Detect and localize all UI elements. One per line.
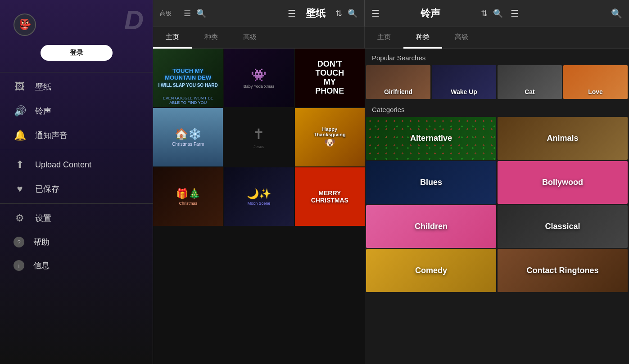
tab-ringtone-categories[interactable]: 种类 (403, 27, 442, 49)
category-label-classical: Classical (545, 222, 580, 231)
search-label-wakeup: Wake Up (451, 88, 477, 95)
ringtone-icon: 🔊 (14, 105, 26, 117)
category-alternative[interactable]: Alternative (366, 117, 496, 160)
wallpaper-text-1: TOUCH MYMOUNTAIN DEWI WILL SLAP YOU SO H… (158, 67, 218, 89)
tabs-row: 主页 种类 高级 主页 种类 高级 (153, 27, 629, 49)
tab-wallpaper-advanced[interactable]: 高级 (231, 27, 269, 49)
wallpaper-item-6[interactable]: HappyThanksgiving 🐶 (295, 108, 365, 166)
category-comedy[interactable]: Comedy (366, 249, 496, 292)
sidebar-item-label: 设置 (35, 213, 51, 224)
wallpaper-text-3: DON'TTOUCHMYPHONE (315, 60, 344, 95)
tab-wallpaper-home[interactable]: 主页 (153, 27, 192, 49)
content-area: TOUCH MYMOUNTAIN DEWI WILL SLAP YOU SO H… (153, 49, 629, 364)
popular-searches-header: Popular Searches (365, 49, 629, 65)
help-icon: ? (14, 237, 24, 247)
tab-ringtone-home[interactable]: 主页 (365, 27, 403, 49)
category-label-comedy: Comedy (415, 266, 447, 275)
wallpaper-title: 壁纸 (301, 7, 330, 20)
filter-sort-icon[interactable]: ☰ (184, 9, 191, 18)
sidebar-item-label: 通知声音 (35, 130, 68, 141)
sidebar-item-label: Upload Content (35, 160, 91, 170)
search-label-love: Love (588, 88, 603, 95)
categories-header: Categories (365, 101, 629, 117)
upload-icon: ⬆ (14, 159, 26, 171)
sort-icon-ringtone[interactable]: ⇅ (481, 9, 488, 18)
sidebar-item-notification[interactable]: 🔔 通知声音 (0, 123, 153, 148)
sidebar-item-label: 帮助 (33, 237, 50, 247)
search-icon-ringtone[interactable]: 🔍 (493, 9, 503, 18)
menu-icon-ringtone[interactable]: ☰ (371, 8, 380, 19)
top-header-row: 高级 ☰ 🔍 ☰ 壁纸 ⇅ 🔍 ☰ 铃声 ⇅ 🔍 ☰ 🔍 (153, 0, 629, 27)
search-label-cat: Cat (525, 88, 535, 95)
sidebar-logo-area: 👺 D (0, 9, 153, 45)
sidebar-divider (0, 72, 153, 72)
wallpaper-text-9: MERRYCHRISTMAS (311, 189, 348, 204)
category-bollywood[interactable]: Bollywood (498, 161, 628, 204)
search-item-love[interactable]: Love (563, 65, 628, 99)
wallpaper-item-2[interactable]: 👾 Baby Yoda Xmas (224, 49, 294, 107)
wallpaper-item-8[interactable]: 🌙✨ Moon Scene (224, 167, 294, 226)
wallpaper-item-9[interactable]: MERRYCHRISTMAS (295, 167, 365, 226)
tab-ringtone-advanced[interactable]: 高级 (442, 27, 481, 49)
avatar: 👺 (14, 13, 36, 36)
category-label-alternative: Alternative (410, 134, 452, 143)
category-label-bollywood: Bollywood (542, 178, 583, 187)
popular-searches-grid: Girlfriend Wake Up Cat Love (365, 65, 629, 101)
ringtone-panel: Popular Searches Girlfriend Wake Up Cat … (365, 49, 629, 364)
category-blues[interactable]: Blues (366, 161, 496, 204)
wallpaper-adv-label[interactable]: 高级 (160, 0, 178, 27)
login-button[interactable]: 登录 (41, 45, 113, 61)
main-area: 高级 ☰ 🔍 ☰ 壁纸 ⇅ 🔍 ☰ 铃声 ⇅ 🔍 ☰ 🔍 主页 种类 高级 (153, 0, 629, 364)
sidebar-item-upload[interactable]: ⬆ Upload Content (0, 153, 153, 177)
category-animals[interactable]: Animals (498, 117, 628, 160)
categories-grid: Alternative Animals Blues Bollywood Chil… (365, 117, 629, 293)
sidebar-item-settings[interactable]: ⚙ 设置 (0, 206, 153, 230)
category-label-children: Children (415, 222, 448, 231)
sidebar-item-label: 信息 (33, 260, 50, 271)
heart-icon: ♥ (14, 183, 26, 195)
wallpaper-header: 高级 ☰ 🔍 ☰ 壁纸 ⇅ 🔍 (153, 0, 365, 27)
sidebar-item-ringtone[interactable]: 🔊 铃声 (0, 99, 153, 123)
settings-icon: ⚙ (14, 212, 26, 224)
sidebar-item-help[interactable]: ? 帮助 (0, 230, 153, 254)
category-classical[interactable]: Classical (498, 205, 628, 248)
ringtone-tabs: 主页 种类 高级 (365, 27, 629, 48)
category-label-animals: Animals (547, 134, 578, 143)
sidebar: 👺 D 登录 🖼 壁纸 🔊 铃声 🔔 通知声音 ⬆ Upload Content… (0, 0, 153, 364)
search2-icon-wallpaper[interactable]: 🔍 (348, 9, 357, 18)
wallpaper-item-1[interactable]: TOUCH MYMOUNTAIN DEWI WILL SLAP YOU SO H… (153, 49, 223, 107)
category-children[interactable]: Children (366, 205, 496, 248)
wallpaper-item-4[interactable]: 🏠❄️ Christmas Farm (153, 108, 223, 166)
sidebar-item-saved[interactable]: ♥ 已保存 (0, 177, 153, 201)
search-icon-wallpaper[interactable]: 🔍 (196, 9, 206, 18)
search2-icon-ringtone[interactable]: 🔍 (611, 8, 622, 19)
wallpaper-item-3[interactable]: DON'TTOUCHMYPHONE (295, 49, 365, 107)
wallpaper-tabs: 主页 种类 高级 (153, 27, 365, 48)
wallpaper-icon: 🖼 (14, 81, 26, 93)
sidebar-item-label: 壁纸 (35, 81, 51, 92)
wallpaper-item-7[interactable]: 🎁🎄 Christmas (153, 167, 223, 226)
info-icon: i (14, 260, 24, 271)
tab-wallpaper-categories[interactable]: 种类 (192, 27, 231, 49)
wallpaper-item-5[interactable]: ✝ Jesus (224, 108, 294, 166)
sidebar-divider-3 (0, 203, 153, 204)
avatar-icon: 👺 (19, 19, 31, 31)
sort-icon-wallpaper[interactable]: ⇅ (335, 9, 342, 18)
ringtone-title: 铃声 (385, 7, 475, 20)
search-item-cat[interactable]: Cat (498, 65, 562, 99)
sidebar-item-label: 已保存 (35, 184, 59, 194)
sidebar-item-info[interactable]: i 信息 (0, 254, 153, 277)
menu-icon-wallpaper[interactable]: ☰ (288, 8, 296, 19)
search-item-wakeup[interactable]: Wake Up (432, 65, 496, 99)
category-contact-ringtones[interactable]: Contact Ringtones (498, 249, 628, 292)
search-item-girlfriend[interactable]: Girlfriend (366, 65, 430, 99)
wallpaper-grid: TOUCH MYMOUNTAIN DEWI WILL SLAP YOU SO H… (153, 49, 365, 364)
notification-icon: 🔔 (14, 130, 26, 141)
sidebar-divider-2 (0, 150, 153, 150)
menu2-icon-ringtone[interactable]: ☰ (511, 8, 519, 19)
category-label-contact-ringtones: Contact Ringtones (527, 266, 599, 275)
category-label-blues: Blues (420, 178, 442, 187)
sidebar-item-wallpaper[interactable]: 🖼 壁纸 (0, 75, 153, 99)
ringtone-header: ☰ 铃声 ⇅ 🔍 ☰ 🔍 (365, 0, 629, 27)
search-label-girlfriend: Girlfriend (384, 88, 412, 95)
